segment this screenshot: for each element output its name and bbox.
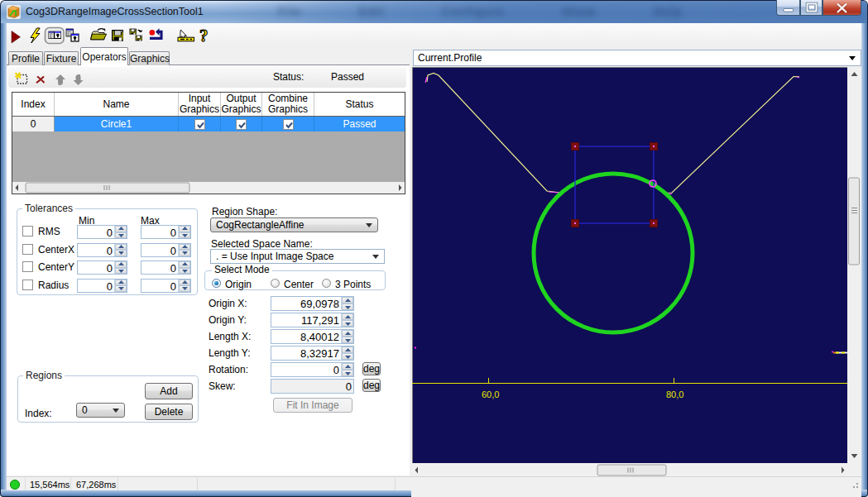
svg-text:?: ? [199, 26, 209, 45]
svg-text:60,0: 60,0 [482, 389, 499, 399]
svg-text:80,0: 80,0 [666, 389, 683, 399]
